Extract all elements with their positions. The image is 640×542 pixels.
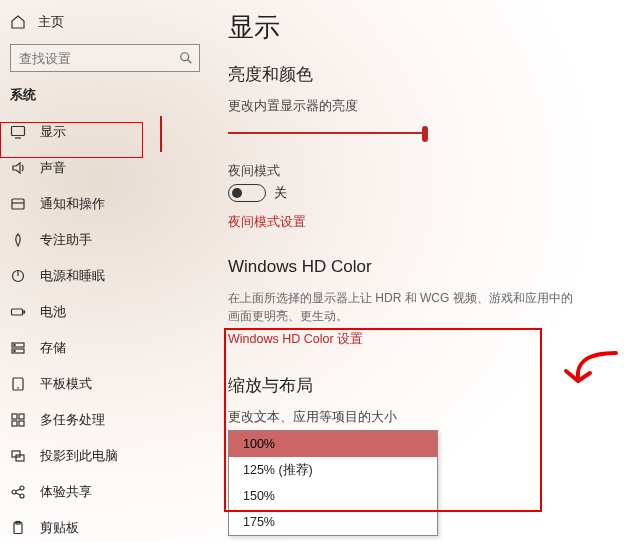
hdcolor-description: 在上面所选择的显示器上让 HDR 和 WCG 视频、游戏和应用中的画面更明亮、更… (228, 289, 578, 325)
svg-point-24 (20, 494, 24, 498)
sidebar-item-project[interactable]: 投影到此电脑 (0, 438, 210, 474)
sound-icon (10, 160, 26, 176)
scale-heading: 缩放与布局 (228, 374, 628, 397)
svg-rect-19 (19, 421, 24, 426)
svg-point-23 (20, 486, 24, 490)
battery-icon (10, 304, 26, 320)
sidebar-item-label: 存储 (40, 339, 66, 357)
share-icon (10, 484, 26, 500)
scale-label: 更改文本、应用等项目的大小 (228, 409, 628, 426)
sidebar-item-notifications[interactable]: 通知和操作 (0, 186, 210, 222)
sidebar-item-label: 平板模式 (40, 375, 92, 393)
sidebar-item-label: 显示 (40, 123, 66, 141)
svg-line-26 (16, 493, 20, 495)
content-pane: 显示 亮度和颜色 更改内置显示器的亮度 夜间模式 关 夜间模式设置 Window… (228, 10, 628, 542)
svg-point-13 (14, 350, 15, 351)
sidebar-item-multitask[interactable]: 多任务处理 (0, 402, 210, 438)
brightness-slider[interactable] (228, 119, 428, 149)
nightlight-label: 夜间模式 (228, 163, 628, 180)
search-input[interactable] (19, 51, 159, 66)
sidebar-item-storage[interactable]: 存储 (0, 330, 210, 366)
focus-icon (10, 232, 26, 248)
sidebar-item-label: 电池 (40, 303, 66, 321)
project-icon (10, 448, 26, 464)
brightness-heading: 亮度和颜色 (228, 63, 628, 86)
search-icon (179, 51, 193, 65)
scale-option-125[interactable]: 125% (推荐) (229, 457, 437, 483)
sidebar-item-display[interactable]: 显示 (0, 114, 210, 150)
nightlight-settings-link[interactable]: 夜间模式设置 (228, 214, 628, 231)
scale-option-150[interactable]: 150% (229, 483, 437, 509)
svg-rect-17 (19, 414, 24, 419)
sidebar-item-label: 专注助手 (40, 231, 92, 249)
sidebar-item-sound[interactable]: 声音 (0, 150, 210, 186)
nightlight-toggle[interactable]: 关 (228, 184, 628, 202)
sidebar-item-focus-assist[interactable]: 专注助手 (0, 222, 210, 258)
hdcolor-heading: Windows HD Color (228, 257, 628, 277)
sidebar-item-label: 剪贴板 (40, 519, 79, 537)
scale-option-100[interactable]: 100% (229, 431, 437, 457)
svg-point-12 (14, 344, 15, 345)
svg-rect-16 (12, 414, 17, 419)
svg-rect-9 (23, 311, 25, 313)
svg-line-25 (16, 489, 20, 491)
sidebar-item-label: 声音 (40, 159, 66, 177)
nightlight-state: 关 (274, 184, 287, 202)
sidebar-item-label: 多任务处理 (40, 411, 105, 429)
sidebar-item-power[interactable]: 电源和睡眠 (0, 258, 210, 294)
notification-icon (10, 196, 26, 212)
svg-rect-4 (12, 199, 24, 209)
multitask-icon (10, 412, 26, 428)
sidebar: 主页 系统 显示 声音 通知和操作 专注助手 电源和睡眠 电池 存储 平板模式 (0, 0, 210, 542)
storage-icon (10, 340, 26, 356)
svg-rect-18 (12, 421, 17, 426)
scale-option-175[interactable]: 175% (229, 509, 437, 535)
scale-dropdown-open[interactable]: 100% 125% (推荐) 150% 175% (228, 430, 438, 536)
hdcolor-link[interactable]: Windows HD Color 设置 (228, 331, 628, 348)
clipboard-icon (10, 520, 26, 536)
tablet-icon (10, 376, 26, 392)
search-box[interactable] (10, 44, 200, 72)
home-icon (10, 14, 26, 30)
svg-point-0 (181, 53, 189, 61)
home-row[interactable]: 主页 (0, 6, 210, 38)
sidebar-section-header: 系统 (0, 84, 210, 114)
sidebar-item-shared[interactable]: 体验共享 (0, 474, 210, 510)
sidebar-item-label: 电源和睡眠 (40, 267, 105, 285)
display-icon (10, 124, 26, 140)
sidebar-item-label: 体验共享 (40, 483, 92, 501)
page-title: 显示 (228, 10, 628, 45)
svg-line-1 (188, 60, 192, 64)
sidebar-item-label: 投影到此电脑 (40, 447, 118, 465)
sidebar-item-tablet[interactable]: 平板模式 (0, 366, 210, 402)
svg-rect-8 (12, 309, 23, 315)
svg-point-22 (12, 490, 16, 494)
home-label: 主页 (38, 13, 64, 31)
power-icon (10, 268, 26, 284)
sidebar-item-label: 通知和操作 (40, 195, 105, 213)
svg-rect-2 (12, 127, 25, 136)
sidebar-item-battery[interactable]: 电池 (0, 294, 210, 330)
brightness-slider-label: 更改内置显示器的亮度 (228, 98, 628, 115)
toggle-switch-off[interactable] (228, 184, 266, 202)
sidebar-item-clipboard[interactable]: 剪贴板 (0, 510, 210, 542)
